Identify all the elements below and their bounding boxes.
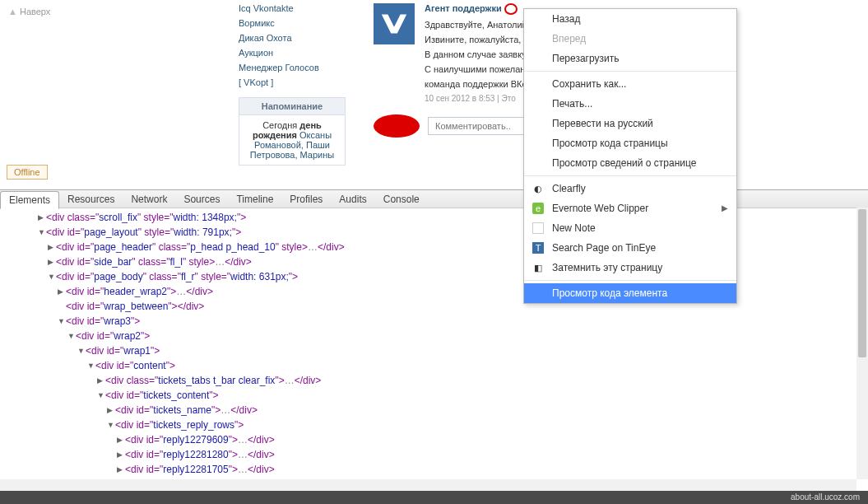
tab-timeline[interactable]: Timeline	[228, 191, 281, 208]
tab-elements[interactable]: Elements	[0, 191, 59, 209]
link-vkopt[interactable]: [ VKopt ]	[239, 77, 370, 87]
ctx-print[interactable]: Печать...	[524, 94, 736, 114]
ctx-save-as[interactable]: Сохранить как...	[524, 74, 736, 94]
message-line: Извините, пожалуйста, з	[425, 35, 531, 44]
link-icq[interactable]: Icq Vkontakte	[239, 3, 370, 13]
tab-profiles[interactable]: Profiles	[281, 191, 331, 208]
evernote-icon: e	[532, 203, 544, 214]
message-this: Это	[502, 94, 516, 103]
scroll-up-link[interactable]: ▲ Наверх	[8, 7, 50, 16]
ctx-back[interactable]: Назад	[524, 9, 736, 29]
devtools-tabs: Elements Resources Network Sources Timel…	[0, 190, 868, 208]
chevron-right-icon: ▶	[722, 203, 728, 212]
ctx-page-info[interactable]: Просмотр сведений о странице	[524, 153, 736, 173]
link-auction[interactable]: Аукцион	[239, 48, 370, 58]
tab-network[interactable]: Network	[123, 191, 175, 208]
ctx-evernote[interactable]: eEvernote Web Clipper▶	[524, 198, 736, 218]
link-vormix[interactable]: Вормикс	[239, 18, 370, 28]
link-hunt[interactable]: Дикая Охота	[239, 33, 370, 43]
message-line: Здравствуйте, Анатолий	[425, 20, 531, 30]
scrollbar-horizontal[interactable]	[0, 479, 856, 491]
ctx-tineye[interactable]: TSearch Page on TinEye	[524, 238, 736, 258]
avatar	[374, 3, 415, 44]
scrollbar-thumb[interactable]	[858, 209, 866, 357]
context-menu: Назад Вперед Перезагрузить Сохранить как…	[523, 8, 737, 304]
sidebar-links: Icq Vkontakte Вормикс Дикая Охота Аукцио…	[239, 0, 370, 189]
offline-badge: Offline	[7, 165, 48, 180]
tab-sources[interactable]: Sources	[175, 191, 228, 208]
message-author[interactable]: Агент поддержки	[425, 3, 502, 13]
ctx-translate[interactable]: Перевести на русский	[524, 114, 736, 133]
ctx-new-note[interactable]: New Note	[524, 218, 736, 238]
message-date: 10 сен 2012 в 8:53	[425, 94, 494, 103]
tineye-icon: T	[532, 242, 544, 254]
message-line: команда поддержки ВКо	[425, 79, 531, 89]
message-line: В данном случае заявку	[425, 49, 531, 59]
highlight-circle-icon	[504, 3, 518, 15]
ctx-darken[interactable]: ◧Затемнить эту страницу	[524, 258, 736, 278]
reminder-box: Напоминание Сегодня день рождения Оксаны…	[239, 97, 346, 166]
message-line: С наилучшими пожелани	[425, 64, 531, 74]
link-voices[interactable]: Менеджер Голосов	[239, 63, 370, 72]
devtools-panel: Elements Resources Network Sources Timel…	[0, 189, 868, 491]
tab-audits[interactable]: Audits	[331, 191, 374, 208]
ctx-clearfly[interactable]: ◐Clearfly	[524, 179, 736, 198]
highlight-oval-icon	[374, 114, 420, 138]
footer-watermark: about-all.ucoz.com	[0, 491, 868, 504]
clearfly-icon: ◐	[532, 183, 544, 194]
ctx-inspect-element[interactable]: Просмотр кода элемента	[524, 283, 736, 303]
reminder-title: Напоминание	[239, 98, 345, 115]
note-icon	[532, 222, 544, 234]
ctx-forward: Вперед	[524, 29, 736, 49]
tab-resources[interactable]: Resources	[59, 191, 123, 208]
tab-console[interactable]: Console	[375, 191, 428, 208]
darken-icon: ◧	[532, 262, 544, 273]
devtools-elements-tree[interactable]: ▶<div class="scroll_fix" style="width: 1…	[0, 208, 868, 491]
scrollbar-vertical[interactable]	[856, 208, 868, 479]
ctx-reload[interactable]: Перезагрузить	[524, 49, 736, 68]
ctx-view-source[interactable]: Просмотр кода страницы	[524, 133, 736, 153]
